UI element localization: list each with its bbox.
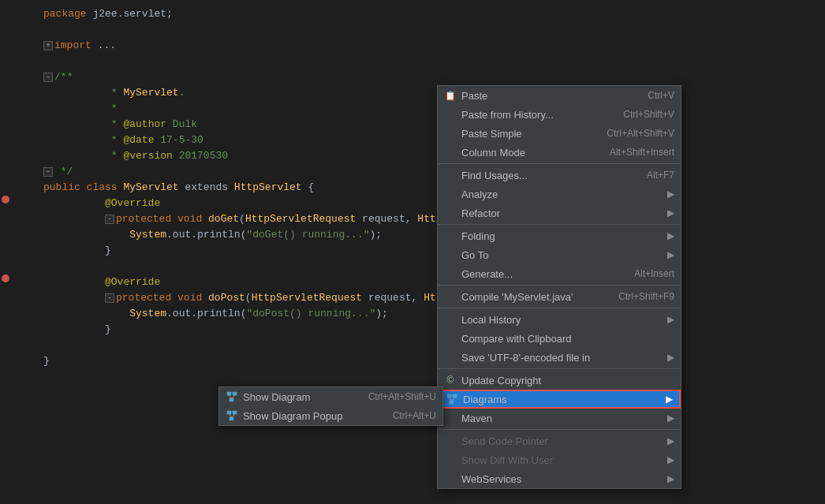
empty-icon [444, 332, 457, 345]
svg-line-3 [450, 398, 452, 401]
menu-label: Generate... [461, 268, 513, 280]
menu-label: Column Mode [461, 147, 525, 159]
menu-label: Refactor [461, 207, 500, 219]
submenu-shortcut: Ctrl+Alt+Shift+U [368, 391, 436, 402]
menu-separator [438, 163, 681, 164]
menu-item-analyze[interactable]: Analyze ▶ [438, 185, 681, 203]
menu-item-send-code-pointer[interactable]: Send Code Pointer ▶ [438, 431, 681, 450]
menu-item-update-copyright[interactable]: © Update Copyright [438, 371, 681, 390]
fold-button[interactable]: - [43, 167, 53, 177]
menu-item-webservices[interactable]: WebServices ▶ [438, 469, 681, 488]
menu-label: Save 'UTF-8'-encoded file in [461, 352, 590, 364]
submenu-item-show-diagram[interactable]: Show Diagram Ctrl+Alt+Shift+U [219, 387, 442, 406]
empty-icon [444, 435, 457, 447]
code-line: - protected void doPost(HttpServletReque… [28, 290, 825, 306]
menu-separator [438, 429, 681, 430]
svg-line-8 [230, 395, 232, 398]
svg-rect-0 [447, 394, 451, 398]
empty-icon [444, 146, 457, 159]
menu-item-show-diff-user[interactable]: Show Diff With User ▶ [438, 450, 681, 469]
svg-rect-1 [453, 394, 457, 398]
menu-item-generate[interactable]: Generate... Alt+Insert [438, 264, 681, 283]
submenu-item-show-diagram-popup[interactable]: Show Diagram Popup Ctrl+Alt+U [219, 406, 442, 425]
svg-rect-10 [227, 411, 231, 414]
diagram-icon [446, 393, 458, 405]
submenu-arrow-icon: ▶ [666, 394, 673, 405]
menu-separator [438, 224, 681, 225]
code-line: System.out.println("doPost() running..."… [28, 306, 825, 322]
menu-item-paste[interactable]: 📋 Paste Ctrl+V [438, 86, 681, 105]
menu-shortcut: Ctrl+Alt+Shift+V [607, 128, 674, 139]
menu-label: Diagrams [463, 394, 507, 405]
submenu-arrow-icon: ▶ [667, 207, 674, 218]
menu-item-goto[interactable]: Go To ▶ [438, 245, 681, 264]
menu-label: Paste Simple [461, 128, 522, 140]
submenu-arrow-icon: ▶ [667, 435, 674, 446]
submenu-arrow-icon: ▶ [667, 473, 674, 484]
svg-rect-2 [450, 401, 454, 404]
empty-icon [444, 108, 457, 121]
menu-item-save-encoded[interactable]: Save 'UTF-8'-encoded file in ▶ [438, 348, 681, 367]
menu-label: Compare with Clipboard [461, 333, 571, 345]
menu-item-compile[interactable]: Compile 'MyServlet.java' Ctrl+Shift+F9 [438, 287, 681, 306]
menu-item-local-history[interactable]: Local History ▶ [438, 310, 681, 329]
menu-label: Paste [461, 90, 487, 102]
paste-icon: 📋 [444, 89, 457, 102]
menu-item-paste-history[interactable]: Paste from History... Ctrl+Shift+V [438, 105, 681, 124]
submenu-arrow-icon: ▶ [667, 352, 674, 363]
submenu-arrow-icon: ▶ [667, 230, 674, 241]
code-line: * @version 20170530 [28, 148, 825, 164]
menu-separator [438, 368, 681, 369]
empty-icon [444, 207, 457, 219]
submenu-arrow-icon: ▶ [667, 413, 674, 424]
menu-item-paste-simple[interactable]: Paste Simple Ctrl+Alt+Shift+V [438, 124, 681, 143]
breakpoint-indicator [2, 196, 9, 203]
menu-item-folding[interactable]: Folding ▶ [438, 226, 681, 245]
menu-item-find-usages[interactable]: Find Usages... Alt+F7 [438, 166, 681, 185]
code-line: public class MyServlet extends HttpServl… [28, 180, 825, 196]
menu-item-refactor[interactable]: Refactor ▶ [438, 203, 681, 222]
code-line: * @author Dulk [28, 117, 825, 133]
menu-item-diagrams[interactable]: Diagrams ▶ [438, 390, 681, 409]
code-line: - protected void doGet(HttpServletReques… [28, 211, 825, 227]
menu-label: Compile 'MyServlet.java' [461, 291, 573, 303]
menu-item-column-mode[interactable]: Column Mode Alt+Shift+Insert [438, 143, 681, 162]
svg-line-13 [230, 414, 232, 417]
empty-icon [444, 230, 457, 242]
menu-item-compare-clipboard[interactable]: Compare with Clipboard [438, 329, 681, 348]
code-line: } [28, 353, 825, 369]
submenu-label: Show Diagram [243, 391, 310, 403]
menu-separator [438, 285, 681, 286]
menu-label: WebServices [461, 473, 521, 485]
menu-label: Go To [461, 249, 488, 261]
submenu-arrow-icon: ▶ [667, 454, 674, 465]
menu-label: Show Diff With User [461, 454, 553, 466]
code-line: @Override [28, 274, 825, 290]
code-line: - */ [28, 164, 825, 180]
menu-item-maven[interactable]: Maven ▶ [438, 409, 681, 427]
menu-label: Maven [461, 413, 492, 424]
code-editor: package j2ee.servlet; + import ... - /**… [0, 0, 825, 504]
submenu-arrow-icon: ▶ [667, 189, 674, 200]
empty-icon [444, 472, 457, 485]
code-line: - /** [28, 69, 825, 85]
diagrams-submenu: Show Diagram Ctrl+Alt+Shift+U Show Diagr… [218, 386, 443, 426]
fold-button[interactable]: + [43, 41, 53, 50]
code-line [28, 22, 825, 38]
menu-label: Folding [461, 230, 495, 242]
menu-shortcut: Ctrl+Shift+V [623, 109, 674, 120]
code-line: * @date 17-5-30 [28, 133, 825, 148]
empty-icon [444, 313, 457, 326]
menu-shortcut: Alt+Shift+Insert [610, 147, 674, 158]
svg-line-9 [233, 395, 235, 398]
empty-icon [444, 351, 457, 364]
copyright-icon: © [444, 374, 457, 386]
submenu-label: Show Diagram Popup [243, 410, 342, 422]
diagram-small-icon [226, 390, 238, 403]
svg-rect-5 [227, 392, 231, 395]
submenu-shortcut: Ctrl+Alt+U [393, 410, 436, 421]
svg-line-4 [453, 398, 455, 401]
code-line [28, 338, 825, 353]
submenu-arrow-icon: ▶ [667, 314, 674, 325]
empty-icon [444, 188, 457, 200]
